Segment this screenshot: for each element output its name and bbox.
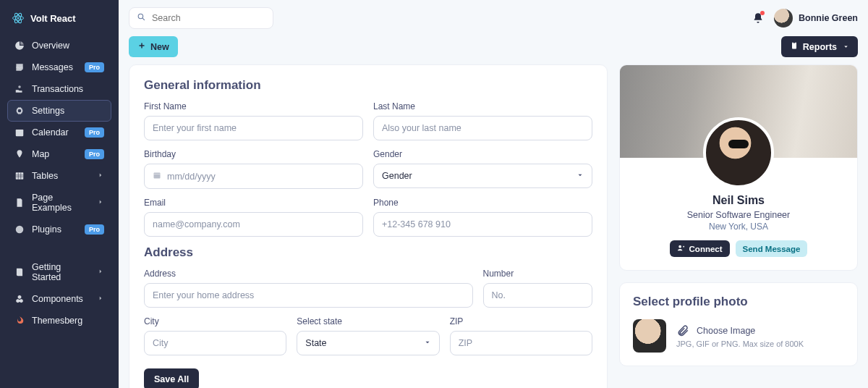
email-label: Email xyxy=(144,198,363,208)
address-heading: Address xyxy=(144,245,592,260)
svg-point-3 xyxy=(17,17,19,19)
sidebar-item-overview[interactable]: Overview xyxy=(7,35,111,56)
first-name-group: First Name xyxy=(144,101,363,140)
send-message-button[interactable]: Send Message xyxy=(736,240,808,257)
sidebar-item-label: Page Examples xyxy=(32,193,90,213)
sidebar-item-themesberg[interactable]: Themesberg xyxy=(7,310,111,332)
inbox-icon xyxy=(14,62,25,72)
gender-group: Gender Gender xyxy=(373,149,592,189)
svg-point-4 xyxy=(18,85,21,88)
sidebar-item-messages[interactable]: Messages Pro xyxy=(7,56,111,78)
birthday-placeholder: mm/dd/yyyy xyxy=(167,172,216,182)
reports-button[interactable]: Reports xyxy=(781,36,858,57)
search-box[interactable] xyxy=(129,7,273,29)
phone-label: Phone xyxy=(373,198,592,208)
sidebar-item-components[interactable]: Components xyxy=(7,288,111,310)
choose-image-row[interactable]: Choose Image JPG, GIF or PNG. Max size o… xyxy=(633,319,844,353)
state-select[interactable]: State xyxy=(297,331,439,355)
sidebar-item-getting-started[interactable]: Getting Started xyxy=(7,256,111,288)
connect-button[interactable]: Connect xyxy=(670,240,730,257)
phone-group: Phone xyxy=(373,198,592,237)
main: Bonnie Green New Reports General informa… xyxy=(119,0,868,388)
send-message-label: Send Message xyxy=(743,245,801,253)
sidebar-item-label: Getting Started xyxy=(32,262,90,282)
connect-label: Connect xyxy=(689,245,723,253)
search-icon xyxy=(137,12,146,24)
svg-point-13 xyxy=(678,245,681,248)
general-info-card: General information First Name Last Name… xyxy=(129,64,608,388)
last-name-group: Last Name xyxy=(373,101,592,140)
search-input[interactable] xyxy=(152,13,265,23)
save-all-button[interactable]: Save All xyxy=(144,368,199,388)
sidebar-item-plugins[interactable]: Plugins Pro xyxy=(7,219,111,240)
sidebar-item-calendar[interactable]: Calendar Pro xyxy=(7,122,111,143)
pro-badge: Pro xyxy=(85,149,104,159)
sidebar-item-label: Map xyxy=(32,149,49,159)
sidebar-item-transactions[interactable]: Transactions xyxy=(7,78,111,100)
birthday-field[interactable]: mm/dd/yyyy xyxy=(144,164,363,189)
clipboard-icon xyxy=(790,41,799,52)
file-icon xyxy=(14,198,25,208)
chevron-right-icon xyxy=(97,294,104,304)
city-label: City xyxy=(144,316,286,326)
address-field[interactable] xyxy=(144,283,473,308)
new-button-label: New xyxy=(150,42,169,52)
brand-label: Volt React xyxy=(30,13,76,24)
chevron-right-icon xyxy=(97,198,104,208)
email-field[interactable] xyxy=(144,212,363,237)
calendar-icon xyxy=(153,171,161,182)
save-all-label: Save All xyxy=(154,374,189,384)
city-group: City xyxy=(144,316,286,355)
profile-location: New York, USA xyxy=(709,222,768,232)
number-group: Number xyxy=(483,269,593,308)
address-label: Address xyxy=(144,269,473,279)
city-field[interactable] xyxy=(144,331,286,355)
profile-name: Neil Sims xyxy=(712,194,765,207)
address-group: Address xyxy=(144,269,473,308)
content: General information First Name Last Name… xyxy=(119,64,868,388)
cubes-icon xyxy=(14,294,25,304)
phone-field[interactable] xyxy=(373,212,592,237)
sidebar-item-tables[interactable]: Tables xyxy=(7,165,111,187)
notification-dot-icon xyxy=(760,11,765,15)
reports-button-label: Reports xyxy=(803,42,837,52)
pie-chart-icon xyxy=(14,41,25,51)
first-name-field[interactable] xyxy=(144,116,363,140)
hand-coin-icon xyxy=(14,84,25,94)
svg-rect-6 xyxy=(16,130,24,131)
chevron-down-icon xyxy=(576,171,584,181)
user-menu[interactable]: Bonnie Green xyxy=(774,9,858,28)
sidebar-item-label: Transactions xyxy=(32,84,83,94)
pro-badge: Pro xyxy=(85,127,104,138)
brand[interactable]: Volt React xyxy=(7,9,111,35)
gear-icon xyxy=(14,106,25,116)
sidebar-item-label: Settings xyxy=(32,106,64,116)
photo-hint: JPG, GIF or PNG. Max size of 800K xyxy=(676,340,804,348)
new-button[interactable]: New xyxy=(129,36,178,57)
profile-card: Neil Sims Senior Software Engineer New Y… xyxy=(619,64,858,271)
user-name: Bonnie Green xyxy=(799,13,858,23)
svg-point-8 xyxy=(16,226,24,234)
book-icon xyxy=(14,267,25,277)
photo-heading: Select profile photo xyxy=(633,295,844,309)
state-placeholder: State xyxy=(305,338,326,348)
photo-thumbnail xyxy=(633,319,666,353)
chevron-down-icon xyxy=(843,42,849,52)
svg-rect-7 xyxy=(16,172,24,179)
zip-label: ZIP xyxy=(450,316,592,326)
sidebar-item-page-examples[interactable]: Page Examples xyxy=(7,187,111,219)
birthday-group: Birthday mm/dd/yyyy xyxy=(144,149,363,189)
number-field[interactable] xyxy=(483,283,593,308)
sidebar-item-map[interactable]: Map Pro xyxy=(7,143,111,165)
last-name-field[interactable] xyxy=(373,116,592,140)
zip-field[interactable] xyxy=(450,331,592,355)
choose-image-label: Choose Image xyxy=(697,326,755,336)
fire-icon xyxy=(14,316,25,326)
gender-select[interactable]: Gender xyxy=(373,164,592,188)
gender-placeholder: Gender xyxy=(382,171,412,181)
notifications-bell[interactable] xyxy=(751,11,765,25)
sidebar-item-settings[interactable]: Settings xyxy=(7,100,111,122)
sidebar-item-label: Components xyxy=(32,294,83,304)
svg-rect-10 xyxy=(792,43,796,49)
profile-title: Senior Software Engineer xyxy=(687,210,790,220)
